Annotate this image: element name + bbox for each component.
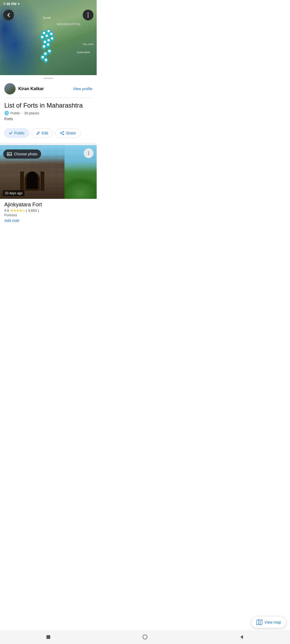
- list-visibility: Public: [10, 111, 20, 115]
- place-more-button[interactable]: [84, 148, 93, 158]
- svg-line-3: [61, 132, 63, 133]
- map-more-button[interactable]: [83, 10, 93, 20]
- avatar-image: [4, 83, 16, 94]
- back-button[interactable]: [3, 10, 14, 20]
- place-type: Fortress: [4, 213, 92, 217]
- map-pin[interactable]: [40, 55, 45, 61]
- map-pin[interactable]: [47, 49, 52, 55]
- fort-arch: [25, 171, 40, 191]
- image-icon: [7, 152, 12, 156]
- place-details: Ajinkyatara Fort 4.5 ★★★★½ (3,603) Fortr…: [0, 199, 97, 225]
- list-info: List of Forts in Maharashtra 🌐 Public · …: [0, 98, 97, 126]
- add-note-link[interactable]: Add note: [4, 218, 19, 223]
- places-section: Choose photo 20 days ago: [0, 145, 97, 225]
- choose-photo-button[interactable]: Choose photo: [3, 149, 41, 159]
- svg-point-9: [88, 154, 89, 155]
- place-secondary-image: [64, 145, 97, 199]
- map-section: MAHARASHTRA Surat TELANG Hyderabad: [0, 0, 97, 75]
- map-pin[interactable]: [46, 42, 50, 48]
- profile-left: Kiran Katkar: [4, 83, 44, 94]
- share-label: Share: [66, 131, 76, 135]
- svg-point-8: [88, 153, 89, 154]
- public-button[interactable]: Public: [4, 129, 29, 138]
- svg-line-4: [61, 133, 63, 134]
- svg-point-7: [88, 152, 89, 152]
- edit-label: Edit: [42, 131, 48, 135]
- status-bar: 7:48 PM ➤ ⎔ VoLTE 4G ▐▌ 92: [0, 0, 97, 8]
- fort-column-left: [20, 171, 24, 191]
- globe-icon: 🌐: [4, 111, 9, 115]
- place-name: Ajinkyatara Fort: [4, 202, 92, 208]
- pencil-icon: [36, 131, 40, 135]
- fort-column-right: [41, 171, 44, 191]
- time-display: 7:48 PM: [3, 2, 16, 6]
- review-count: (: [26, 208, 27, 213]
- location-icon: ➤: [17, 2, 20, 6]
- list-places-count: 39 places: [24, 111, 39, 115]
- svg-point-1: [63, 134, 64, 135]
- view-profile-link[interactable]: View profile: [73, 87, 92, 91]
- map-label-maharashtra: MAHARASHTRA: [57, 23, 81, 26]
- profile-section: Kiran Katkar View profile: [0, 81, 97, 98]
- place-main-image: Choose photo 20 days ago: [0, 145, 64, 199]
- map-label-telangana: TELANG: [83, 43, 94, 46]
- list-meta: 🌐 Public · 39 places: [4, 111, 92, 115]
- map-label-hyderabad: Hyderabad: [77, 51, 90, 54]
- place-card: Choose photo 20 days ago: [0, 145, 97, 199]
- map-pin[interactable]: [50, 36, 55, 42]
- svg-rect-5: [7, 152, 12, 156]
- drag-handle: [44, 78, 53, 79]
- map-label-surat: Surat: [43, 16, 51, 19]
- edit-button[interactable]: Edit: [32, 129, 53, 138]
- list-title: List of Forts in Maharashtra: [4, 102, 92, 109]
- share-icon: [60, 131, 64, 135]
- timestamp-badge: 20 days ago: [3, 190, 24, 196]
- action-buttons: Public Edit Share: [0, 126, 97, 143]
- choose-photo-label: Choose photo: [14, 152, 37, 156]
- svg-point-2: [60, 133, 61, 134]
- timestamp-text: 20 days ago: [5, 191, 22, 195]
- section-divider: [0, 143, 97, 145]
- share-button[interactable]: Share: [55, 129, 80, 138]
- svg-point-0: [63, 131, 64, 132]
- place-rating: 4.5 ★★★★½ (3,603): [4, 208, 92, 213]
- profile-name: Kiran Katkar: [18, 86, 44, 91]
- back-arrow-icon: [6, 12, 11, 18]
- reviews-number: 3,603: [28, 208, 37, 213]
- more-vertical-icon: [86, 151, 91, 155]
- status-time: 7:48 PM ➤: [3, 2, 20, 6]
- place-images: Choose photo 20 days ago: [0, 145, 97, 199]
- separator: ·: [21, 111, 23, 115]
- avatar[interactable]: [4, 83, 16, 94]
- stars-icon: ★★★★½: [10, 208, 25, 213]
- rating-value: 4.5: [4, 208, 9, 213]
- list-description: Forts: [4, 117, 92, 121]
- check-icon: [9, 131, 13, 135]
- public-label: Public: [14, 131, 24, 135]
- more-dots-icon: [88, 13, 89, 17]
